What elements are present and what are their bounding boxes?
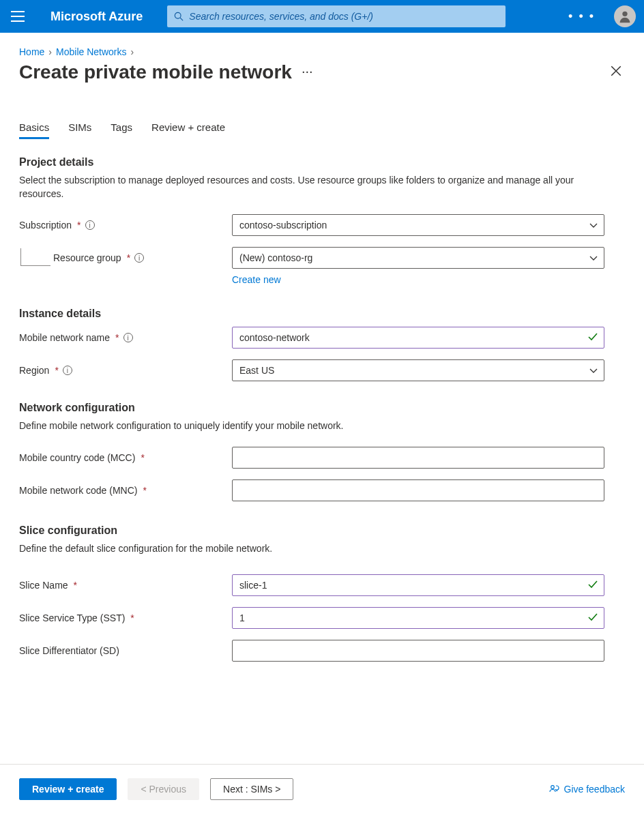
- label-subscription: Subscription * i: [19, 220, 232, 231]
- tab-basics[interactable]: Basics: [19, 121, 49, 139]
- section-title-project: Project details: [19, 156, 625, 168]
- svg-line-1: [181, 18, 184, 20]
- user-avatar[interactable]: [614, 5, 636, 27]
- subscription-value: contoso-subscription: [239, 220, 327, 231]
- hamburger-menu-button[interactable]: [8, 7, 27, 26]
- chevron-down-icon: [589, 220, 598, 231]
- sd-input[interactable]: [232, 640, 604, 662]
- section-desc-slice: Define the default slice configuration f…: [19, 542, 579, 556]
- chevron-down-icon: [589, 252, 598, 263]
- required-mark: *: [143, 485, 147, 496]
- required-mark: *: [115, 332, 119, 343]
- row-mcc: Mobile country code (MCC) *: [19, 447, 625, 469]
- section-desc-network: Define mobile network configuration to u…: [19, 419, 579, 433]
- row-network-name: Mobile network name * i: [19, 327, 625, 349]
- chevron-down-icon: [589, 365, 598, 376]
- header-overflow-button[interactable]: • • •: [563, 10, 600, 24]
- global-search[interactable]: [167, 5, 506, 27]
- section-instance-details: Instance details Mobile network name * i…: [19, 308, 625, 381]
- label-sst: Slice Service Type (SST) *: [19, 612, 232, 623]
- network-name-input[interactable]: [232, 327, 604, 349]
- label-mnc: Mobile network code (MNC) *: [19, 485, 232, 496]
- resource-group-select[interactable]: (New) contoso-rg: [232, 247, 604, 269]
- indent-line: [20, 248, 50, 266]
- slice-name-input[interactable]: [232, 574, 604, 596]
- wizard-footer: Review + create < Previous Next : SIMs >…: [0, 764, 644, 813]
- tab-bar: Basics SIMs Tags Review + create: [19, 121, 625, 140]
- next-button[interactable]: Next : SIMs >: [210, 778, 293, 800]
- chevron-right-icon: ›: [131, 46, 134, 57]
- checkmark-icon: [588, 612, 598, 624]
- resource-group-value: (New) contoso-rg: [239, 252, 312, 263]
- search-input[interactable]: [189, 11, 499, 22]
- required-mark: *: [141, 452, 144, 463]
- region-select[interactable]: East US: [232, 359, 604, 381]
- mnc-input[interactable]: [232, 479, 604, 501]
- checkmark-icon: [588, 579, 598, 591]
- section-title-network: Network configuration: [19, 402, 625, 414]
- required-mark: *: [127, 252, 130, 263]
- page-content: Home › Mobile Networks › Create private …: [0, 33, 644, 764]
- breadcrumb: Home › Mobile Networks ›: [19, 46, 625, 57]
- row-slice-name: Slice Name *: [19, 574, 625, 596]
- feedback-label: Give feedback: [564, 784, 626, 795]
- section-project-details: Project details Select the subscription …: [19, 156, 625, 286]
- info-icon[interactable]: i: [63, 366, 72, 375]
- info-icon[interactable]: i: [123, 333, 133, 342]
- svg-point-3: [551, 785, 554, 788]
- section-desc-project: Select the subscription to manage deploy…: [19, 174, 579, 201]
- row-region: Region * i East US: [19, 359, 625, 381]
- section-slice-config: Slice configuration Define the default s…: [19, 524, 625, 662]
- review-create-button[interactable]: Review + create: [19, 778, 117, 800]
- give-feedback-link[interactable]: Give feedback: [549, 784, 626, 795]
- previous-button: < Previous: [128, 778, 199, 800]
- create-new-link[interactable]: Create new: [232, 274, 281, 285]
- tab-tags[interactable]: Tags: [111, 121, 132, 139]
- section-title-slice: Slice configuration: [19, 524, 625, 537]
- hamburger-icon: [11, 11, 25, 22]
- required-mark: *: [55, 365, 58, 376]
- brand-label[interactable]: Microsoft Azure: [50, 10, 143, 24]
- svg-point-0: [175, 12, 181, 18]
- person-icon: [617, 9, 632, 24]
- svg-point-2: [622, 12, 627, 16]
- row-sd: Slice Differentiator (SD): [19, 640, 625, 662]
- label-mcc: Mobile country code (MCC) *: [19, 452, 232, 463]
- tab-sims[interactable]: SIMs: [68, 121, 91, 139]
- row-resource-group: Resource group * i (New) contoso-rg: [19, 247, 625, 269]
- info-icon[interactable]: i: [134, 253, 144, 263]
- checkmark-icon: [588, 331, 598, 344]
- search-icon: [174, 12, 184, 21]
- label-network-name: Mobile network name * i: [19, 332, 232, 343]
- required-mark: *: [130, 612, 134, 623]
- required-mark: *: [77, 220, 80, 231]
- title-overflow-button[interactable]: ···: [302, 63, 313, 79]
- close-icon: [610, 65, 622, 77]
- section-network-config: Network configuration Define mobile netw…: [19, 402, 625, 501]
- sst-input[interactable]: [232, 607, 604, 629]
- label-slice-name: Slice Name *: [19, 580, 232, 591]
- row-sst: Slice Service Type (SST) *: [19, 607, 625, 629]
- row-mnc: Mobile network code (MNC) *: [19, 479, 625, 501]
- row-subscription: Subscription * i contoso-subscription: [19, 214, 625, 236]
- close-button[interactable]: [607, 62, 625, 83]
- title-row: Create private mobile network ···: [19, 61, 625, 83]
- feedback-icon: [549, 784, 560, 795]
- required-mark: *: [74, 580, 77, 591]
- breadcrumb-mobile-networks[interactable]: Mobile Networks: [56, 46, 126, 57]
- tab-review-create[interactable]: Review + create: [151, 121, 225, 139]
- chevron-right-icon: ›: [48, 46, 52, 57]
- top-header: Microsoft Azure • • •: [0, 0, 644, 33]
- label-region: Region * i: [19, 365, 232, 376]
- page-title: Create private mobile network: [19, 61, 292, 83]
- label-resource-group: Resource group * i: [19, 252, 232, 263]
- breadcrumb-home[interactable]: Home: [19, 46, 44, 57]
- section-title-instance: Instance details: [19, 308, 625, 320]
- region-value: East US: [239, 365, 274, 376]
- label-sd: Slice Differentiator (SD): [19, 645, 232, 656]
- mcc-input[interactable]: [232, 447, 604, 469]
- subscription-select[interactable]: contoso-subscription: [232, 214, 604, 236]
- info-icon[interactable]: i: [85, 220, 95, 230]
